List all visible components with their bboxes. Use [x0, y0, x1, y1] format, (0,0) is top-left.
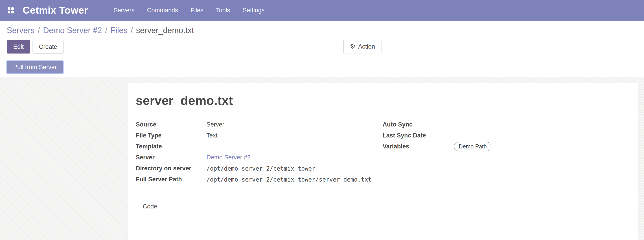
breadcrumb-current: server_demo.txt	[136, 26, 194, 35]
field-row-file-type: File Type Text	[136, 130, 378, 141]
breadcrumb-files[interactable]: Files	[110, 26, 128, 35]
breadcrumb-separator: /	[130, 26, 133, 35]
action-button-label: Action	[358, 43, 375, 50]
breadcrumb: Servers / Demo Server #2 / Files / serve…	[7, 24, 644, 37]
tab-code[interactable]: Code	[136, 200, 164, 213]
variable-tag-demo-path[interactable]: Demo Path	[454, 142, 492, 151]
action-button[interactable]: ⚙ Action	[343, 40, 382, 53]
field-group-right: Auto Sync Last Sync Date Variables Demo …	[382, 119, 620, 152]
field-row-auto-sync: Auto Sync	[382, 119, 620, 130]
field-label-variables: Variables	[382, 143, 454, 150]
control-panel: Servers / Demo Server #2 / Files / serve…	[0, 21, 644, 77]
auto-sync-checkbox	[454, 121, 454, 128]
right-group-divider	[450, 120, 450, 154]
pull-from-server-button[interactable]: Pull from Server	[7, 61, 63, 73]
field-row-template: Template	[136, 141, 378, 152]
brand-title[interactable]: Cetmix Tower	[23, 5, 88, 16]
menu-item-commands[interactable]: Commands	[146, 5, 179, 16]
menu-item-tools[interactable]: Tools	[214, 5, 231, 16]
field-value-server-link[interactable]: Demo Server #2	[206, 154, 251, 161]
edit-button[interactable]: Edit	[7, 40, 30, 53]
pull-row: Pull from Server	[7, 61, 644, 73]
field-label-full-path: Full Server Path	[136, 176, 206, 183]
field-value-full-path: /opt/demo_server_2/cetmix-tower/server_d…	[206, 176, 372, 183]
menu-item-servers[interactable]: Servers	[112, 5, 136, 16]
breadcrumb-demo-server[interactable]: Demo Server #2	[43, 26, 102, 35]
field-row-last-sync: Last Sync Date	[382, 130, 620, 141]
field-label-template: Template	[136, 143, 206, 150]
content-area: server_demo.txt Source Server File Type …	[0, 77, 644, 240]
menu-item-files[interactable]: Files	[189, 5, 205, 16]
field-row-server: Server Demo Server #2	[136, 152, 378, 163]
form-sheet: server_demo.txt Source Server File Type …	[127, 83, 638, 240]
field-value-file-type: Text	[206, 132, 218, 139]
field-group-left: Source Server File Type Text Template Se…	[136, 119, 378, 185]
field-label-server: Server	[136, 154, 206, 161]
field-label-file-type: File Type	[136, 132, 206, 139]
apps-grid-icon[interactable]	[8, 7, 14, 13]
field-value-source: Server	[206, 121, 224, 128]
field-label-source: Source	[136, 121, 206, 128]
main-menu: Servers Commands Files Tools Settings	[112, 5, 266, 16]
field-label-auto-sync: Auto Sync	[382, 121, 454, 128]
breadcrumb-separator: /	[38, 26, 40, 35]
top-navbar: Cetmix Tower Servers Commands Files Tool…	[0, 0, 644, 21]
breadcrumb-servers[interactable]: Servers	[7, 26, 34, 35]
field-label-directory: Directory on server	[136, 165, 206, 172]
button-row: Edit Create ⚙ Action	[7, 40, 644, 54]
page-title: server_demo.txt	[136, 93, 233, 108]
field-row-variables: Variables Demo Path	[382, 141, 620, 152]
notebook-tabs: Code	[136, 200, 630, 213]
field-value-directory: /opt/demo_server_2/cetmix-tower	[206, 165, 315, 172]
gear-icon: ⚙	[350, 43, 356, 50]
create-button[interactable]: Create	[32, 40, 64, 53]
menu-item-settings[interactable]: Settings	[241, 5, 266, 16]
field-row-full-path: Full Server Path /opt/demo_server_2/cetm…	[136, 174, 378, 185]
field-label-last-sync: Last Sync Date	[382, 132, 454, 139]
breadcrumb-separator: /	[105, 26, 107, 35]
field-row-source: Source Server	[136, 119, 378, 130]
field-row-directory: Directory on server /opt/demo_server_2/c…	[136, 163, 378, 174]
